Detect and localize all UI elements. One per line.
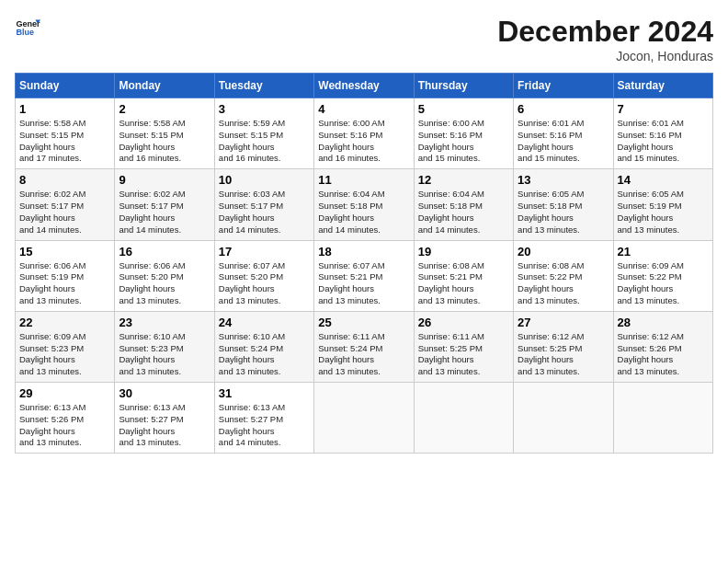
day-number: 20 (518, 245, 609, 259)
day-cell: 19 Sunrise: 6:08 AMSunset: 5:21 PMDaylig… (414, 240, 513, 311)
day-cell: 30 Sunrise: 6:13 AMSunset: 5:27 PMDaylig… (115, 383, 214, 454)
week-row-6: 29 Sunrise: 6:13 AMSunset: 5:26 PMDaylig… (16, 383, 713, 454)
day-info: Sunrise: 6:04 AMSunset: 5:18 PMDaylight … (318, 189, 409, 236)
day-cell: 21 Sunrise: 6:09 AMSunset: 5:22 PMDaylig… (613, 240, 712, 311)
svg-text:Blue: Blue (16, 28, 34, 37)
day-number: 16 (119, 245, 210, 259)
day-cell: 8 Sunrise: 6:02 AMSunset: 5:17 PMDayligh… (16, 169, 115, 240)
day-cell: 26 Sunrise: 6:11 AMSunset: 5:25 PMDaylig… (414, 311, 513, 382)
col-header-friday: Friday (514, 74, 613, 98)
day-info: Sunrise: 6:13 AMSunset: 5:27 PMDaylight … (219, 402, 310, 449)
week-row-3: 8 Sunrise: 6:02 AMSunset: 5:17 PMDayligh… (16, 169, 713, 240)
logo: General Blue (15, 15, 40, 40)
day-number: 13 (518, 173, 609, 187)
day-number: 29 (19, 386, 110, 400)
day-number: 26 (418, 316, 509, 329)
day-cell: 25 Sunrise: 6:11 AMSunset: 5:24 PMDaylig… (314, 311, 414, 382)
day-cell: 16 Sunrise: 6:06 AMSunset: 5:20 PMDaylig… (115, 240, 214, 311)
day-cell: 1 Sunrise: 5:58 AMSunset: 5:15 PMDayligh… (16, 98, 115, 169)
day-info: Sunrise: 6:05 AMSunset: 5:19 PMDaylight … (618, 189, 709, 236)
week-row-5: 22 Sunrise: 6:09 AMSunset: 5:23 PMDaylig… (16, 311, 713, 382)
day-number: 17 (219, 245, 310, 259)
col-header-thursday: Thursday (414, 74, 513, 98)
day-cell: 3 Sunrise: 5:59 AMSunset: 5:15 PMDayligh… (214, 98, 313, 169)
day-info: Sunrise: 5:58 AMSunset: 5:15 PMDaylight … (119, 118, 210, 165)
day-info: Sunrise: 6:10 AMSunset: 5:23 PMDaylight … (119, 331, 210, 378)
day-info: Sunrise: 6:00 AMSunset: 5:16 PMDaylight … (418, 118, 509, 165)
day-number: 30 (119, 386, 210, 400)
day-info: Sunrise: 6:05 AMSunset: 5:18 PMDaylight … (518, 189, 609, 236)
day-cell: 10 Sunrise: 6:03 AMSunset: 5:17 PMDaylig… (214, 169, 313, 240)
day-info: Sunrise: 6:12 AMSunset: 5:26 PMDaylight … (618, 331, 709, 378)
day-info: Sunrise: 5:58 AMSunset: 5:15 PMDaylight … (19, 118, 110, 165)
day-cell: 15 Sunrise: 6:06 AMSunset: 5:19 PMDaylig… (16, 240, 115, 311)
day-info: Sunrise: 6:08 AMSunset: 5:22 PMDaylight … (518, 260, 609, 307)
day-number: 10 (219, 173, 310, 187)
day-cell: 18 Sunrise: 6:07 AMSunset: 5:21 PMDaylig… (314, 240, 414, 311)
day-number: 8 (19, 173, 110, 187)
day-info: Sunrise: 6:01 AMSunset: 5:16 PMDaylight … (618, 118, 709, 165)
col-header-saturday: Saturday (613, 74, 712, 98)
day-info: Sunrise: 5:59 AMSunset: 5:15 PMDaylight … (219, 118, 310, 165)
col-header-monday: Monday (115, 74, 214, 98)
subtitle: Jocon, Honduras (497, 49, 713, 63)
day-number: 5 (418, 102, 509, 116)
title-area: December 2024 Jocon, Honduras (497, 15, 713, 63)
day-cell: 23 Sunrise: 6:10 AMSunset: 5:23 PMDaylig… (115, 311, 214, 382)
week-row-4: 15 Sunrise: 6:06 AMSunset: 5:19 PMDaylig… (16, 240, 713, 311)
day-info: Sunrise: 6:12 AMSunset: 5:25 PMDaylight … (518, 331, 609, 378)
day-cell: 13 Sunrise: 6:05 AMSunset: 5:18 PMDaylig… (514, 169, 613, 240)
day-cell (613, 383, 712, 454)
day-cell: 5 Sunrise: 6:00 AMSunset: 5:16 PMDayligh… (414, 98, 513, 169)
day-info: Sunrise: 6:10 AMSunset: 5:24 PMDaylight … (219, 331, 310, 378)
day-cell: 14 Sunrise: 6:05 AMSunset: 5:19 PMDaylig… (613, 169, 712, 240)
day-info: Sunrise: 6:04 AMSunset: 5:18 PMDaylight … (418, 189, 509, 236)
day-info: Sunrise: 6:01 AMSunset: 5:16 PMDaylight … (518, 118, 609, 165)
day-cell (414, 383, 513, 454)
day-cell: 12 Sunrise: 6:04 AMSunset: 5:18 PMDaylig… (414, 169, 513, 240)
day-info: Sunrise: 6:00 AMSunset: 5:16 PMDaylight … (318, 118, 409, 165)
day-info: Sunrise: 6:06 AMSunset: 5:20 PMDaylight … (119, 260, 210, 307)
day-number: 18 (318, 245, 409, 259)
day-number: 3 (219, 102, 310, 116)
day-cell: 31 Sunrise: 6:13 AMSunset: 5:27 PMDaylig… (214, 383, 313, 454)
day-number: 28 (618, 316, 709, 329)
day-cell (314, 383, 414, 454)
day-number: 25 (318, 316, 409, 329)
day-info: Sunrise: 6:09 AMSunset: 5:22 PMDaylight … (618, 260, 709, 307)
day-number: 19 (418, 245, 509, 259)
day-cell (514, 383, 613, 454)
day-info: Sunrise: 6:09 AMSunset: 5:23 PMDaylight … (19, 331, 110, 378)
main-title: December 2024 (497, 15, 713, 49)
day-info: Sunrise: 6:11 AMSunset: 5:25 PMDaylight … (418, 331, 509, 378)
day-cell: 4 Sunrise: 6:00 AMSunset: 5:16 PMDayligh… (314, 98, 414, 169)
day-number: 2 (119, 102, 210, 116)
day-number: 6 (518, 102, 609, 116)
day-cell: 2 Sunrise: 5:58 AMSunset: 5:15 PMDayligh… (115, 98, 214, 169)
calendar-table: SundayMondayTuesdayWednesdayThursdayFrid… (15, 73, 713, 454)
day-number: 31 (219, 386, 310, 400)
day-info: Sunrise: 6:03 AMSunset: 5:17 PMDaylight … (219, 189, 310, 236)
day-number: 22 (19, 316, 110, 329)
day-number: 7 (618, 102, 709, 116)
day-cell: 20 Sunrise: 6:08 AMSunset: 5:22 PMDaylig… (514, 240, 613, 311)
col-header-wednesday: Wednesday (314, 74, 414, 98)
logo-icon: General Blue (15, 15, 40, 40)
day-info: Sunrise: 6:06 AMSunset: 5:19 PMDaylight … (19, 260, 110, 307)
day-number: 9 (119, 173, 210, 187)
day-cell: 22 Sunrise: 6:09 AMSunset: 5:23 PMDaylig… (16, 311, 115, 382)
day-cell: 24 Sunrise: 6:10 AMSunset: 5:24 PMDaylig… (214, 311, 313, 382)
week-row-2: 1 Sunrise: 5:58 AMSunset: 5:15 PMDayligh… (16, 98, 713, 169)
day-cell: 29 Sunrise: 6:13 AMSunset: 5:26 PMDaylig… (16, 383, 115, 454)
day-cell: 17 Sunrise: 6:07 AMSunset: 5:20 PMDaylig… (214, 240, 313, 311)
day-number: 27 (518, 316, 609, 329)
day-info: Sunrise: 6:11 AMSunset: 5:24 PMDaylight … (318, 331, 409, 378)
day-number: 4 (318, 102, 409, 116)
day-info: Sunrise: 6:07 AMSunset: 5:20 PMDaylight … (219, 260, 310, 307)
day-number: 14 (618, 173, 709, 187)
day-number: 23 (119, 316, 210, 329)
day-cell: 11 Sunrise: 6:04 AMSunset: 5:18 PMDaylig… (314, 169, 414, 240)
col-header-sunday: Sunday (16, 74, 115, 98)
day-number: 12 (418, 173, 509, 187)
day-number: 21 (618, 245, 709, 259)
